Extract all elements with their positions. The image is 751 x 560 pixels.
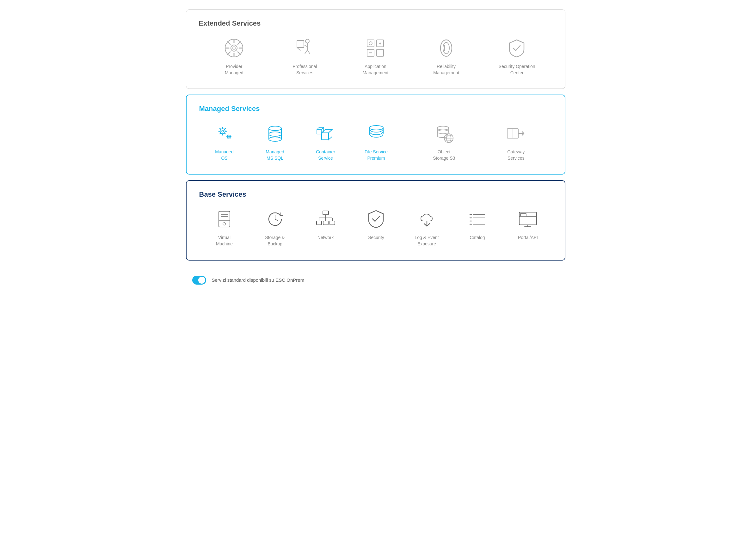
file-service-premium-icon (365, 122, 387, 144)
service-managed-os[interactable]: ManagedOS (199, 122, 250, 161)
virtual-machine-icon (214, 208, 236, 230)
portal-api-label: Portal/API (518, 235, 538, 241)
security-operation-center-icon (506, 37, 528, 59)
managed-os-label: ManagedOS (215, 149, 234, 161)
storage-backup-label: Storage &Backup (265, 235, 285, 247)
managed-left-items: ManagedOS (199, 122, 402, 161)
svg-rect-30 (444, 45, 445, 51)
log-event-exposure-icon (416, 208, 438, 230)
security-icon (365, 208, 387, 230)
svg-rect-18 (297, 40, 304, 47)
application-management-label: ApplicationManagement (363, 63, 389, 76)
svg-point-51 (269, 126, 281, 131)
reliability-management-icon (435, 37, 457, 59)
log-event-exposure-label: Log & EventExposure (414, 235, 439, 247)
svg-point-64 (369, 125, 383, 130)
svg-rect-106 (521, 214, 526, 216)
svg-line-19 (297, 47, 300, 51)
svg-line-8 (238, 52, 240, 54)
svg-rect-90 (317, 221, 322, 225)
base-items-grid: VirtualMachine Storage &Backup (199, 208, 552, 247)
extended-items-grid: ProviderManaged (199, 37, 552, 76)
reliability-management-label: ReliabilityManagement (433, 63, 459, 76)
managed-inner: ManagedOS (199, 122, 552, 161)
service-reliability-management[interactable]: ReliabilityManagement (411, 37, 482, 76)
service-portal-api[interactable]: Portal/API (503, 208, 553, 241)
legend-text: Servizi standard disponibili su ESC OnPr… (212, 277, 305, 283)
legend: Servizi standard disponibili su ESC OnPr… (186, 273, 565, 285)
svg-line-9 (238, 42, 240, 44)
svg-line-39 (224, 129, 225, 129)
svg-rect-94 (330, 221, 335, 225)
service-managed-ms-sql[interactable]: ManagedMS SQL (250, 122, 300, 161)
svg-line-17 (307, 50, 310, 54)
container-service-label: ContainerService (316, 149, 335, 161)
network-label: Network (318, 235, 333, 241)
managed-title: Managed Services (199, 105, 552, 113)
service-security-operation-center[interactable]: Security OperationCenter (482, 37, 552, 76)
svg-rect-58 (322, 133, 328, 140)
managed-os-icon (214, 122, 236, 144)
object-storage-s3-icon (433, 122, 455, 144)
managed-services-section: Managed Services (186, 95, 565, 175)
catalog-icon (466, 208, 489, 230)
managed-divider (405, 122, 405, 161)
svg-point-32 (222, 130, 224, 132)
extended-title: Extended Services (199, 19, 552, 27)
svg-point-81 (223, 223, 225, 225)
managed-ms-sql-icon (264, 122, 286, 144)
gateway-services-label: GatewayServices (507, 149, 525, 161)
service-virtual-machine[interactable]: VirtualMachine (199, 208, 250, 247)
service-professional-services[interactable]: ProfessionalServices (269, 37, 340, 76)
security-operation-center-label: Security OperationCenter (499, 63, 535, 76)
service-catalog[interactable]: Catalog (452, 208, 503, 241)
container-service-icon (314, 122, 337, 144)
object-storage-s3-label: ObjectStorage S3 (433, 149, 455, 161)
svg-rect-20 (367, 40, 374, 47)
svg-point-13 (305, 39, 309, 43)
storage-backup-icon (264, 208, 286, 230)
service-container-service[interactable]: ContainerService (300, 122, 351, 161)
service-gateway-services[interactable]: GatewayServices (480, 122, 552, 161)
svg-rect-27 (377, 49, 384, 56)
base-title: Base Services (199, 191, 552, 199)
file-service-premium-label: File ServicePremium (365, 149, 388, 161)
svg-line-40 (220, 133, 221, 134)
service-network[interactable]: Network (300, 208, 351, 241)
base-services-section: Base Services VirtualMachine (186, 180, 565, 260)
network-icon (314, 208, 337, 230)
svg-point-21 (369, 42, 372, 45)
svg-line-85 (275, 219, 278, 221)
svg-point-70 (437, 130, 449, 134)
svg-point-57 (269, 137, 281, 141)
service-log-event-exposure[interactable]: Log & EventExposure (402, 208, 452, 247)
service-file-service-premium[interactable]: File ServicePremium (351, 122, 402, 161)
svg-point-54 (269, 132, 281, 136)
service-storage-backup[interactable]: Storage &Backup (250, 208, 300, 247)
managed-ms-sql-label: ManagedMS SQL (266, 149, 284, 161)
svg-rect-104 (519, 212, 536, 225)
service-security[interactable]: Security (351, 208, 402, 241)
security-label: Security (368, 235, 384, 241)
provider-managed-icon (223, 37, 245, 59)
gateway-services-icon (505, 122, 527, 144)
svg-rect-79 (219, 211, 230, 227)
svg-line-15 (304, 45, 307, 47)
svg-line-7 (228, 42, 230, 44)
service-object-storage-s3[interactable]: ObjectStorage S3 (408, 122, 480, 161)
svg-rect-86 (323, 211, 328, 215)
professional-services-icon (294, 37, 316, 59)
svg-line-37 (220, 129, 221, 129)
managed-right-items: ObjectStorage S3 Gateway (408, 122, 552, 161)
virtual-machine-label: VirtualMachine (216, 235, 233, 247)
svg-rect-61 (317, 129, 321, 134)
svg-line-10 (228, 52, 230, 54)
catalog-label: Catalog (470, 235, 485, 241)
service-application-management[interactable]: ApplicationManagement (340, 37, 411, 76)
svg-line-38 (224, 133, 225, 134)
application-management-icon (364, 37, 386, 59)
provider-managed-label: ProviderManaged (225, 63, 243, 76)
svg-marker-60 (328, 129, 332, 140)
service-provider-managed[interactable]: ProviderManaged (199, 37, 270, 76)
svg-point-42 (228, 136, 229, 137)
